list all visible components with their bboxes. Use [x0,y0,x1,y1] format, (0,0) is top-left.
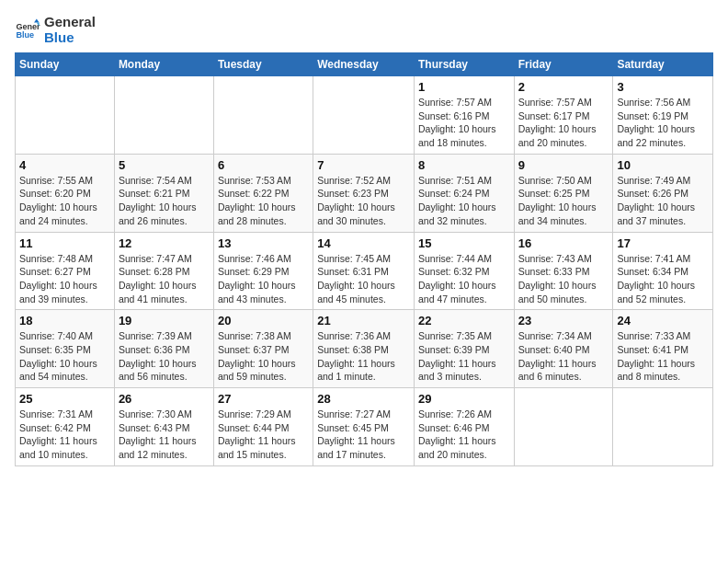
calendar-cell: 22Sunrise: 7:35 AMSunset: 6:39 PMDayligh… [414,310,514,388]
day-detail: Sunrise: 7:49 AMSunset: 6:26 PMDaylight:… [617,174,709,228]
day-number: 9 [518,158,609,172]
calendar-cell: 9Sunrise: 7:50 AMSunset: 6:25 PMDaylight… [514,154,613,232]
logo-icon: General Blue [15,17,40,43]
calendar-cell: 3Sunrise: 7:56 AMSunset: 6:19 PMDaylight… [613,76,713,155]
calendar-cell: 17Sunrise: 7:41 AMSunset: 6:34 PMDayligh… [613,232,713,310]
calendar-cell [213,76,313,155]
day-number: 12 [119,236,210,250]
calendar-cell: 16Sunrise: 7:43 AMSunset: 6:33 PMDayligh… [514,232,613,310]
week-row-1: 1Sunrise: 7:57 AMSunset: 6:16 PMDaylight… [16,76,713,155]
calendar-cell: 8Sunrise: 7:51 AMSunset: 6:24 PMDaylight… [414,154,514,232]
day-detail: Sunrise: 7:55 AMSunset: 6:20 PMDaylight:… [19,174,110,228]
calendar-cell: 27Sunrise: 7:29 AMSunset: 6:44 PMDayligh… [213,388,313,466]
svg-text:Blue: Blue [16,30,34,40]
calendar-cell [613,388,713,466]
day-number: 24 [617,314,709,327]
weekday-header-tuesday: Tuesday [213,53,313,76]
day-detail: Sunrise: 7:46 AMSunset: 6:29 PMDaylight:… [218,252,309,306]
calendar-cell: 23Sunrise: 7:34 AMSunset: 6:40 PMDayligh… [514,310,613,388]
calendar-cell: 10Sunrise: 7:49 AMSunset: 6:26 PMDayligh… [613,154,713,232]
day-detail: Sunrise: 7:54 AMSunset: 6:21 PMDaylight:… [119,174,210,228]
svg-marker-2 [34,18,40,22]
day-number: 5 [119,158,210,172]
weekday-header-saturday: Saturday [613,53,713,76]
weekday-header-row: SundayMondayTuesdayWednesdayThursdayFrid… [16,53,713,76]
day-number: 18 [19,314,110,327]
day-detail: Sunrise: 7:56 AMSunset: 6:19 PMDaylight:… [617,96,709,150]
day-detail: Sunrise: 7:33 AMSunset: 6:41 PMDaylight:… [617,329,709,384]
calendar-cell: 7Sunrise: 7:52 AMSunset: 6:23 PMDaylight… [313,154,415,232]
calendar-table: SundayMondayTuesdayWednesdayThursdayFrid… [15,52,713,466]
day-detail: Sunrise: 7:29 AMSunset: 6:44 PMDaylight:… [218,408,309,462]
day-detail: Sunrise: 7:44 AMSunset: 6:32 PMDaylight:… [418,252,510,306]
svg-text:General: General [16,21,40,30]
day-detail: Sunrise: 7:41 AMSunset: 6:34 PMDaylight:… [617,252,709,306]
calendar-cell: 11Sunrise: 7:48 AMSunset: 6:27 PMDayligh… [16,232,115,310]
day-detail: Sunrise: 7:39 AMSunset: 6:36 PMDaylight:… [119,329,210,384]
day-detail: Sunrise: 7:36 AMSunset: 6:38 PMDaylight:… [317,329,410,384]
calendar-cell: 5Sunrise: 7:54 AMSunset: 6:21 PMDaylight… [114,154,213,232]
weekday-header-sunday: Sunday [16,53,115,76]
day-number: 29 [418,392,510,406]
day-detail: Sunrise: 7:45 AMSunset: 6:31 PMDaylight:… [317,252,410,306]
day-detail: Sunrise: 7:50 AMSunset: 6:25 PMDaylight:… [518,174,609,228]
calendar-cell: 1Sunrise: 7:57 AMSunset: 6:16 PMDaylight… [414,76,514,155]
calendar-cell [114,76,213,155]
day-number: 2 [518,80,609,94]
logo-blue: Blue [44,30,96,46]
day-detail: Sunrise: 7:35 AMSunset: 6:39 PMDaylight:… [418,329,510,384]
page-header: General Blue General Blue [15,15,713,45]
day-number: 26 [119,392,210,406]
day-detail: Sunrise: 7:26 AMSunset: 6:46 PMDaylight:… [418,408,510,462]
calendar-cell: 20Sunrise: 7:38 AMSunset: 6:37 PMDayligh… [213,310,313,388]
day-number: 17 [617,236,709,250]
weekday-header-thursday: Thursday [414,53,514,76]
week-row-5: 25Sunrise: 7:31 AMSunset: 6:42 PMDayligh… [16,388,713,466]
weekday-header-wednesday: Wednesday [313,53,415,76]
calendar-cell: 25Sunrise: 7:31 AMSunset: 6:42 PMDayligh… [16,388,115,466]
day-detail: Sunrise: 7:48 AMSunset: 6:27 PMDaylight:… [19,252,110,306]
calendar-cell: 19Sunrise: 7:39 AMSunset: 6:36 PMDayligh… [114,310,213,388]
day-number: 27 [218,392,309,406]
calendar-cell: 15Sunrise: 7:44 AMSunset: 6:32 PMDayligh… [414,232,514,310]
calendar-cell [16,76,115,155]
day-number: 13 [218,236,309,250]
week-row-2: 4Sunrise: 7:55 AMSunset: 6:20 PMDaylight… [16,154,713,232]
day-number: 15 [418,236,510,250]
calendar-cell: 2Sunrise: 7:57 AMSunset: 6:17 PMDaylight… [514,76,613,155]
day-number: 7 [317,158,410,172]
day-number: 14 [317,236,410,250]
day-detail: Sunrise: 7:40 AMSunset: 6:35 PMDaylight:… [19,329,110,384]
day-detail: Sunrise: 7:53 AMSunset: 6:22 PMDaylight:… [218,174,309,228]
day-detail: Sunrise: 7:43 AMSunset: 6:33 PMDaylight:… [518,252,609,306]
day-number: 28 [317,392,410,406]
day-number: 1 [418,80,510,94]
day-number: 23 [518,314,609,327]
calendar-cell: 29Sunrise: 7:26 AMSunset: 6:46 PMDayligh… [414,388,514,466]
calendar-cell: 26Sunrise: 7:30 AMSunset: 6:43 PMDayligh… [114,388,213,466]
weekday-header-friday: Friday [514,53,613,76]
week-row-3: 11Sunrise: 7:48 AMSunset: 6:27 PMDayligh… [16,232,713,310]
weekday-header-monday: Monday [114,53,213,76]
day-detail: Sunrise: 7:30 AMSunset: 6:43 PMDaylight:… [119,408,210,462]
day-number: 6 [218,158,309,172]
calendar-cell: 13Sunrise: 7:46 AMSunset: 6:29 PMDayligh… [213,232,313,310]
calendar-cell: 4Sunrise: 7:55 AMSunset: 6:20 PMDaylight… [16,154,115,232]
day-number: 8 [418,158,510,172]
day-detail: Sunrise: 7:27 AMSunset: 6:45 PMDaylight:… [317,408,410,462]
day-number: 11 [19,236,110,250]
day-number: 16 [518,236,609,250]
day-number: 22 [418,314,510,327]
logo: General Blue General Blue [15,15,96,45]
calendar-cell: 12Sunrise: 7:47 AMSunset: 6:28 PMDayligh… [114,232,213,310]
day-number: 4 [19,158,110,172]
day-detail: Sunrise: 7:57 AMSunset: 6:17 PMDaylight:… [518,96,609,150]
day-number: 25 [19,392,110,406]
day-number: 10 [617,158,709,172]
day-detail: Sunrise: 7:47 AMSunset: 6:28 PMDaylight:… [119,252,210,306]
calendar-cell: 6Sunrise: 7:53 AMSunset: 6:22 PMDaylight… [213,154,313,232]
day-detail: Sunrise: 7:57 AMSunset: 6:16 PMDaylight:… [418,96,510,150]
calendar-cell: 24Sunrise: 7:33 AMSunset: 6:41 PMDayligh… [613,310,713,388]
day-detail: Sunrise: 7:52 AMSunset: 6:23 PMDaylight:… [317,174,410,228]
day-detail: Sunrise: 7:31 AMSunset: 6:42 PMDaylight:… [19,408,110,462]
